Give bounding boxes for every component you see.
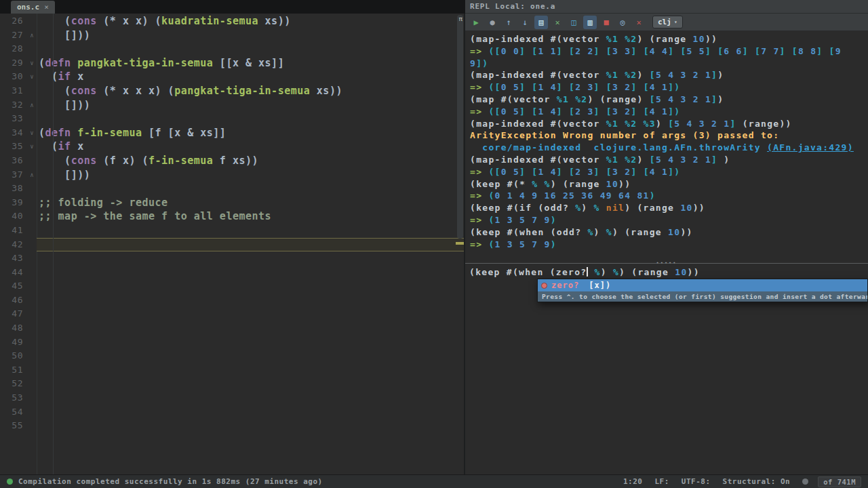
editor-line[interactable]: 33 — [0, 112, 464, 126]
line-number[interactable]: 53 — [0, 391, 27, 405]
editor-line[interactable]: 35∨ (if x — [0, 140, 464, 154]
editor-line[interactable]: 48 — [0, 321, 464, 336]
editor-line[interactable]: 50 — [0, 349, 464, 363]
line-number[interactable]: 44 — [0, 266, 27, 280]
repl-token: )) — [705, 34, 717, 44]
line-number[interactable]: 36 — [0, 154, 27, 168]
status-item[interactable]: UTF-8: — [682, 477, 711, 486]
line-number[interactable]: 46 — [0, 293, 27, 308]
code-token: ( — [39, 57, 45, 69]
execute-console-icon[interactable]: ▤ — [534, 16, 548, 29]
close-icon[interactable]: ✕ — [632, 16, 646, 29]
editor-line[interactable]: 53 — [0, 391, 464, 405]
line-number[interactable]: 32 — [0, 98, 27, 113]
editor-line[interactable]: 44 — [0, 266, 464, 280]
editor-line[interactable]: 32∧ [])) — [0, 98, 464, 113]
fold-icon[interactable]: ∨ — [27, 70, 37, 84]
fold-gutter — [27, 42, 37, 56]
line-number[interactable]: 47 — [0, 307, 27, 321]
line-number[interactable]: 33 — [0, 112, 27, 126]
editor-line[interactable]: 52 — [0, 377, 464, 391]
line-number[interactable]: 42 — [0, 238, 27, 252]
editor-line[interactable]: 49 — [0, 336, 464, 350]
clear-repl-icon[interactable]: ✕ — [551, 16, 564, 29]
line-number[interactable]: 48 — [0, 321, 27, 336]
status-item[interactable]: LF: — [654, 477, 669, 486]
editor-line[interactable]: 26 (cons (* x x) (kuadratin-semua xs)) — [0, 14, 464, 28]
editor-line[interactable]: 31 (cons (* x x x) (pangkat-tiga-in-semu… — [0, 84, 464, 98]
fold-icon[interactable]: ∨ — [27, 126, 37, 140]
highlight-level-icon[interactable] — [802, 479, 808, 485]
line-number[interactable]: 27 — [0, 28, 27, 43]
editor-line[interactable]: 46 — [0, 293, 464, 308]
line-number[interactable]: 50 — [0, 349, 27, 363]
repl-input-line[interactable]: (keep #(when (zero? %) %) (range 10)) — [469, 266, 868, 279]
code-text — [37, 321, 464, 336]
pause-icon[interactable]: ● — [486, 16, 499, 29]
scrollbar-thumb[interactable] — [457, 15, 463, 239]
line-number[interactable]: 43 — [0, 251, 27, 266]
run-icon[interactable]: ▶ — [469, 16, 483, 29]
scroll-to-end-icon[interactable]: ◎ — [616, 16, 629, 29]
line-number[interactable]: 26 — [0, 14, 27, 28]
editor-line[interactable]: 28 — [0, 42, 464, 56]
line-number[interactable]: 41 — [0, 224, 27, 238]
line-number[interactable]: 39 — [0, 196, 27, 210]
line-number[interactable]: 28 — [0, 42, 27, 56]
editor-line[interactable]: 55 — [0, 419, 464, 433]
editor-line[interactable]: 29∨(defn pangkat-tiga-in-semua [[x & xs]… — [0, 56, 464, 70]
editor-line[interactable]: 39;; folding -> reduce — [0, 196, 464, 210]
fold-icon[interactable]: ∨ — [27, 56, 37, 70]
code-text: [])) — [37, 98, 464, 113]
line-number[interactable]: 40 — [0, 209, 27, 224]
line-number[interactable]: 55 — [0, 419, 27, 433]
editor-line[interactable]: 47 — [0, 307, 464, 321]
fold-icon[interactable]: ∨ — [27, 140, 37, 154]
editor-line[interactable]: 51 — [0, 363, 464, 378]
editor-scrollbar[interactable]: π — [456, 14, 464, 474]
line-number[interactable]: 30 — [0, 70, 27, 84]
stop-icon[interactable]: ■ — [599, 16, 613, 29]
fold-gutter — [27, 182, 37, 196]
editor-line[interactable]: 45 — [0, 279, 464, 293]
editor-line[interactable]: 42 — [0, 238, 464, 252]
line-number[interactable]: 34 — [0, 126, 27, 140]
editor-line[interactable]: 37∧ [])) — [0, 168, 464, 182]
repl-language-select[interactable]: clj▾ — [652, 16, 683, 28]
suggestion-item[interactable]: zero? [x]) — [538, 279, 867, 291]
line-number[interactable]: 52 — [0, 377, 27, 391]
editor-panel[interactable]: 26 (cons (* x x) (kuadratin-semua xs))27… — [0, 14, 464, 474]
fold-icon[interactable]: ∧ — [27, 28, 37, 43]
line-number[interactable]: 49 — [0, 336, 27, 350]
line-number[interactable]: 31 — [0, 84, 27, 98]
editor-line[interactable]: 40;; map -> the same f to all elements — [0, 209, 464, 224]
trash-icon[interactable]: ◫ — [567, 16, 580, 29]
editor-line[interactable]: 41 — [0, 224, 464, 238]
editor-line[interactable]: 34∨(defn f-in-semua [f [x & xs]] — [0, 126, 464, 140]
editor-line[interactable]: 27∧ [])) — [0, 28, 464, 43]
line-number[interactable]: 38 — [0, 182, 27, 196]
memory-indicator[interactable]: of 741M — [818, 476, 861, 487]
editor-line[interactable]: 54 — [0, 405, 464, 420]
line-number[interactable]: 37 — [0, 168, 27, 182]
history-previous-icon[interactable]: ↑ — [502, 16, 515, 29]
line-number[interactable]: 35 — [0, 140, 27, 154]
fold-icon[interactable]: ∧ — [27, 168, 37, 182]
soft-wrap-icon[interactable]: ▥ — [583, 16, 597, 29]
status-item[interactable]: 1:20 — [623, 477, 643, 486]
status-item[interactable]: Structural: On — [723, 477, 791, 486]
editor-line[interactable]: 30∨ (if x — [0, 70, 464, 84]
editor-tab[interactable]: ons.c × — [11, 1, 55, 14]
tab-close-icon[interactable]: × — [44, 3, 49, 12]
line-number[interactable]: 54 — [0, 405, 27, 420]
editor-line[interactable]: 43 — [0, 251, 464, 266]
editor-line[interactable]: 36 (cons (f x) (f-in-semua f xs)) — [0, 154, 464, 168]
line-number[interactable]: 29 — [0, 56, 27, 70]
fold-icon[interactable]: ∧ — [27, 98, 37, 113]
repl-output[interactable]: (map-indexed #(vector %1 %2) (range 10))… — [465, 31, 868, 263]
line-number[interactable]: 51 — [0, 363, 27, 378]
repl-token: % — [595, 267, 601, 277]
history-next-icon[interactable]: ↓ — [518, 16, 532, 29]
line-number[interactable]: 45 — [0, 279, 27, 293]
editor-line[interactable]: 38 — [0, 182, 464, 196]
